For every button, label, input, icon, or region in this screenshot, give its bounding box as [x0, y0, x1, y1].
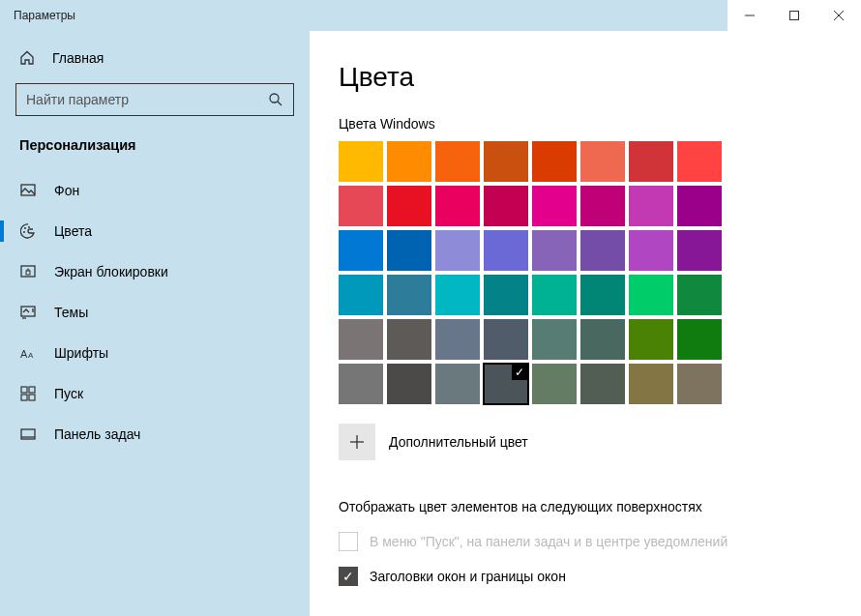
svg-text:A: A: [28, 351, 34, 360]
sidebar-item-lock[interactable]: Экран блокировки: [0, 251, 310, 292]
color-swatch[interactable]: [339, 275, 383, 315]
color-swatch[interactable]: [435, 275, 480, 315]
color-swatch[interactable]: [484, 319, 528, 360]
color-swatch[interactable]: [387, 186, 431, 226]
custom-color-button[interactable]: [339, 424, 375, 460]
color-swatch[interactable]: [580, 319, 625, 360]
color-swatch[interactable]: [629, 230, 673, 271]
home-label: Главная: [52, 50, 104, 66]
palette-label: Цвета Windows: [339, 116, 861, 132]
color-swatch[interactable]: [532, 319, 577, 360]
sidebar-item-label: Экран блокировки: [54, 264, 168, 279]
color-swatch[interactable]: [677, 186, 722, 226]
checkbox-box[interactable]: ✓: [339, 567, 358, 586]
start-icon: [19, 386, 37, 401]
svg-rect-1: [790, 12, 799, 20]
color-swatch[interactable]: [339, 141, 383, 182]
color-swatch[interactable]: [435, 230, 480, 271]
color-swatch[interactable]: [435, 319, 480, 360]
color-swatch[interactable]: [532, 364, 577, 404]
sidebar-item-label: Фон: [54, 183, 79, 198]
color-swatch[interactable]: [580, 186, 625, 226]
color-swatch[interactable]: [629, 141, 673, 182]
color-swatch[interactable]: [484, 186, 528, 226]
color-swatch[interactable]: [629, 319, 673, 360]
color-swatch[interactable]: [387, 141, 431, 182]
maximize-button[interactable]: [772, 0, 816, 31]
color-swatch[interactable]: [580, 275, 625, 315]
color-swatch[interactable]: [387, 364, 431, 404]
checkbox-start-taskbar: В меню "Пуск", на панели задач и в центр…: [339, 532, 861, 551]
color-swatch[interactable]: [677, 141, 722, 182]
svg-rect-18: [29, 395, 35, 400]
color-swatch[interactable]: [629, 186, 673, 226]
color-swatch[interactable]: [339, 230, 383, 271]
color-swatch[interactable]: [677, 275, 722, 315]
svg-rect-11: [26, 271, 30, 275]
sidebar-item-fonts[interactable]: AAШрифты: [0, 333, 310, 373]
taskbar-icon: [19, 426, 37, 442]
color-swatch[interactable]: [484, 141, 528, 182]
checkbox-titlebars[interactable]: ✓ Заголовки окон и границы окон: [339, 567, 861, 586]
plus-icon: [350, 435, 364, 449]
color-swatch[interactable]: [580, 364, 625, 404]
color-swatch[interactable]: [580, 230, 625, 271]
custom-color-label: Дополнительный цвет: [389, 434, 528, 450]
home-icon: [19, 50, 35, 66]
search-box[interactable]: [15, 83, 294, 116]
svg-rect-17: [21, 395, 27, 400]
color-swatch[interactable]: [484, 230, 528, 271]
color-swatch[interactable]: [387, 275, 431, 315]
sidebar-item-label: Темы: [54, 305, 88, 320]
sidebar-item-start[interactable]: Пуск: [0, 373, 310, 414]
surface-section-title: Отображать цвет элементов на следующих п…: [339, 499, 861, 514]
checkbox-label: В меню "Пуск", на панели задач и в центр…: [370, 534, 727, 549]
svg-rect-15: [21, 387, 27, 393]
sidebar-item-label: Шрифты: [54, 345, 108, 361]
window-title: Параметры: [14, 9, 75, 22]
color-palette: [339, 141, 861, 404]
search-icon: [268, 92, 283, 107]
themes-icon: [19, 305, 37, 320]
sidebar-item-taskbar[interactable]: Панель задач: [0, 414, 310, 455]
color-swatch[interactable]: [435, 141, 480, 182]
sidebar-item-label: Панель задач: [54, 426, 140, 442]
color-swatch[interactable]: [580, 141, 625, 182]
sidebar-item-colors[interactable]: Цвета: [0, 211, 310, 251]
color-swatch[interactable]: [629, 275, 673, 315]
color-swatch[interactable]: [339, 364, 383, 404]
color-swatch[interactable]: [677, 364, 722, 404]
page-title: Цвета: [339, 62, 861, 93]
color-swatch[interactable]: [339, 186, 383, 226]
color-swatch[interactable]: [532, 275, 577, 315]
search-input[interactable]: [26, 92, 268, 107]
color-swatch[interactable]: [387, 319, 431, 360]
color-swatch[interactable]: [484, 275, 528, 315]
section-title: Персонализация: [0, 132, 310, 170]
color-swatch[interactable]: [435, 364, 480, 404]
bg-icon: [19, 183, 37, 198]
color-swatch[interactable]: [387, 230, 431, 271]
color-swatch[interactable]: [677, 319, 722, 360]
sidebar-item-label: Пуск: [54, 386, 83, 401]
color-swatch[interactable]: [339, 319, 383, 360]
color-swatch[interactable]: [532, 230, 577, 271]
close-button[interactable]: [816, 0, 861, 31]
sidebar-item-themes[interactable]: Темы: [0, 292, 310, 333]
color-swatch[interactable]: [435, 186, 480, 226]
color-swatch[interactable]: [532, 186, 577, 226]
home-nav[interactable]: Главная: [0, 41, 310, 75]
svg-rect-16: [29, 387, 35, 393]
checkbox-box: [339, 532, 358, 551]
color-swatch[interactable]: [484, 364, 528, 404]
minimize-button[interactable]: [727, 0, 772, 31]
colors-icon: [19, 223, 37, 239]
sidebar-item-bg[interactable]: Фон: [0, 170, 310, 211]
svg-point-8: [28, 226, 30, 228]
color-swatch[interactable]: [629, 364, 673, 404]
sidebar: Главная Персонализация ФонЦветаЭкран бло…: [0, 31, 310, 616]
color-swatch[interactable]: [532, 141, 577, 182]
color-swatch[interactable]: [677, 230, 722, 271]
svg-text:A: A: [20, 348, 28, 360]
lock-icon: [19, 264, 37, 279]
